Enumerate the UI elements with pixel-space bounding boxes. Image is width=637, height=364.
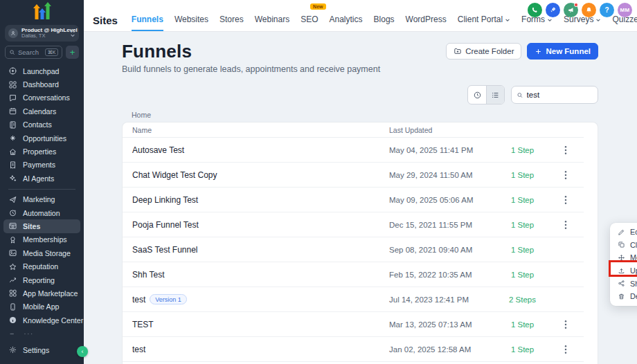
- sidebar-item-launchpad[interactable]: Launchpad: [0, 64, 84, 78]
- step-count[interactable]: 2 Steps: [496, 295, 548, 304]
- funnel-name[interactable]: test: [132, 295, 145, 304]
- sidebar-item-knowledge-center[interactable]: Knowledge Center: [0, 313, 84, 327]
- sidebar-item-dashboard[interactable]: Dashboard: [0, 78, 84, 91]
- sidebar-item-reputation[interactable]: Reputation: [0, 260, 84, 273]
- sidebar-item-marketing[interactable]: Marketing: [0, 193, 84, 206]
- tab-webinars[interactable]: Webinars: [255, 9, 289, 31]
- sidebar-item-automation[interactable]: Automation: [0, 206, 84, 219]
- funnel-name[interactable]: Pooja Funnel Test: [123, 220, 389, 230]
- view-toggle: [467, 85, 505, 104]
- sidebar-item-partial[interactable]: [0, 327, 84, 340]
- help-icon[interactable]: ?: [600, 3, 614, 17]
- account-switcher[interactable]: Product @ HighLevel Dallas, TX: [5, 25, 79, 42]
- account-avatar-icon: [8, 28, 18, 38]
- sidebar-item-ai-agents[interactable]: AI Agents: [0, 172, 84, 185]
- contacts-icon: [8, 120, 17, 129]
- sidebar-item-properties[interactable]: Properties: [0, 145, 84, 158]
- list-view-button[interactable]: [486, 86, 504, 104]
- sidebar-item-media-storage[interactable]: Media Storage: [0, 246, 84, 260]
- sidebar-item-settings[interactable]: Settings: [0, 343, 84, 356]
- sidebar-item-payments[interactable]: Payments: [0, 158, 84, 172]
- sidebar-nav: Launchpad Dashboard Conversations Calend…: [0, 64, 84, 356]
- recent-view-button[interactable]: [468, 86, 486, 104]
- automation-icon: [8, 208, 17, 217]
- step-count[interactable]: 1 Step: [496, 171, 548, 179]
- tab-client-portal[interactable]: Client Portal: [458, 9, 510, 31]
- table-row[interactable]: Autosave Test May 04, 2025 11:41 PM 1 St…: [123, 138, 584, 163]
- row-menu-button[interactable]: [559, 219, 572, 231]
- sidebar-item-reporting[interactable]: Reporting: [0, 273, 84, 286]
- funnel-name[interactable]: SaaS Test Funnel: [123, 245, 389, 255]
- tab-analytics[interactable]: Analytics: [330, 9, 363, 31]
- move-icon: [618, 254, 625, 262]
- megaphone-icon[interactable]: [564, 3, 578, 17]
- media-storage-icon: [8, 248, 17, 257]
- table-row[interactable]: Chat Widget Test Copy May 29, 2024 11:50…: [123, 163, 584, 188]
- quick-add-button[interactable]: +: [66, 46, 79, 59]
- sidebar-search-input[interactable]: Search ⌘K: [5, 46, 62, 59]
- last-updated: May 09, 2025 05:06 AM: [389, 196, 496, 204]
- tab-wordpress[interactable]: WordPress: [406, 9, 447, 31]
- mobile-app-icon: [8, 302, 17, 311]
- menu-item-move-to-folder[interactable]: Move To Folder: [610, 251, 637, 264]
- sidebar-item-sites[interactable]: Sites: [3, 219, 80, 233]
- tab-seo[interactable]: SEONew: [300, 9, 318, 31]
- table-row[interactable]: test Version 1 Jul 14, 2023 12:41 PM 2 S…: [123, 287, 584, 312]
- funnel-name[interactable]: TEST: [123, 320, 389, 329]
- user-avatar[interactable]: MM: [618, 3, 632, 17]
- funnel-name[interactable]: Deep Linking Test: [123, 195, 389, 205]
- sidebar-item-opportunities[interactable]: Opportunities: [0, 131, 84, 145]
- table-row[interactable]: Shh Test Feb 15, 2022 10:35 AM 1 Step: [123, 262, 584, 287]
- menu-item-upload-to-funnel-templates[interactable]: Upload To Funnel Templates: [610, 264, 637, 277]
- tab-stores[interactable]: Stores: [219, 9, 244, 31]
- sidebar-item-conversations[interactable]: Conversations: [0, 91, 84, 104]
- conversations-icon: [8, 93, 17, 102]
- menu-item-edit[interactable]: Edit: [610, 226, 637, 239]
- sidebar-item-app-marketplace[interactable]: App Marketplace: [0, 286, 84, 300]
- tab-websites[interactable]: Websites: [174, 9, 208, 31]
- step-count[interactable]: 1 Step: [496, 271, 548, 279]
- tab-blogs[interactable]: Blogs: [374, 9, 395, 31]
- column-header-name: Name: [123, 126, 389, 134]
- funnel-name[interactable]: test: [123, 345, 389, 354]
- sidebar-collapse-button[interactable]: ‹: [77, 346, 88, 357]
- kebab-icon: [564, 145, 567, 155]
- create-folder-button[interactable]: Create Folder: [446, 43, 521, 60]
- account-location: Dallas, TX: [21, 33, 66, 39]
- sidebar-item-contacts[interactable]: Contacts: [0, 118, 84, 131]
- table-row[interactable]: Deep Linking Test May 09, 2025 05:06 AM …: [123, 188, 584, 212]
- funnel-search: [511, 86, 598, 104]
- payments-icon: [8, 161, 17, 170]
- funnel-search-input[interactable]: [527, 91, 593, 99]
- table-row[interactable]: SaaS Test Funnel Sep 08, 2021 09:40 AM 1…: [123, 237, 584, 262]
- row-menu-button[interactable]: [559, 169, 572, 181]
- step-count[interactable]: 1 Step: [496, 221, 548, 229]
- phone-icon[interactable]: [528, 3, 542, 17]
- table-row[interactable]: test Jan 02, 2025 12:58 AM 1 Step: [123, 337, 584, 362]
- table-row[interactable]: TEST Mar 13, 2025 07:13 AM 1 Step: [123, 312, 584, 337]
- tab-funnels[interactable]: Funnels: [132, 9, 163, 31]
- bell-icon[interactable]: [582, 3, 596, 17]
- funnel-name[interactable]: Chat Widget Test Copy: [123, 170, 389, 180]
- rocket-icon[interactable]: [546, 3, 560, 17]
- sidebar-item-memberships[interactable]: Memberships: [0, 233, 84, 246]
- step-count[interactable]: 1 Step: [496, 196, 548, 204]
- menu-item-delete[interactable]: Delete: [610, 290, 637, 303]
- row-menu-button[interactable]: [559, 194, 572, 206]
- sidebar-item-calendars[interactable]: Calendars: [0, 104, 84, 118]
- top-navigation-bar: Sites Funnels Websites Stores Webinars S…: [84, 0, 637, 32]
- step-count[interactable]: 1 Step: [496, 246, 548, 254]
- funnel-name[interactable]: Autosave Test: [123, 145, 389, 155]
- table-row[interactable]: Pooja Funnel Test Dec 15, 2021 11:55 PM …: [123, 212, 584, 237]
- menu-item-share[interactable]: Share: [610, 277, 637, 290]
- step-count[interactable]: 1 Step: [496, 320, 548, 329]
- menu-item-clone[interactable]: Clone: [610, 239, 637, 252]
- step-count[interactable]: 1 Step: [496, 345, 548, 354]
- row-menu-button[interactable]: [559, 144, 572, 156]
- funnel-name[interactable]: Shh Test: [123, 270, 389, 280]
- sidebar-item-mobile-app[interactable]: Mobile App: [0, 300, 84, 313]
- row-menu-button[interactable]: [559, 343, 572, 356]
- new-funnel-button[interactable]: New Funnel: [527, 43, 598, 60]
- row-menu-button-active[interactable]: [559, 318, 572, 331]
- step-count[interactable]: 1 Step: [496, 146, 548, 154]
